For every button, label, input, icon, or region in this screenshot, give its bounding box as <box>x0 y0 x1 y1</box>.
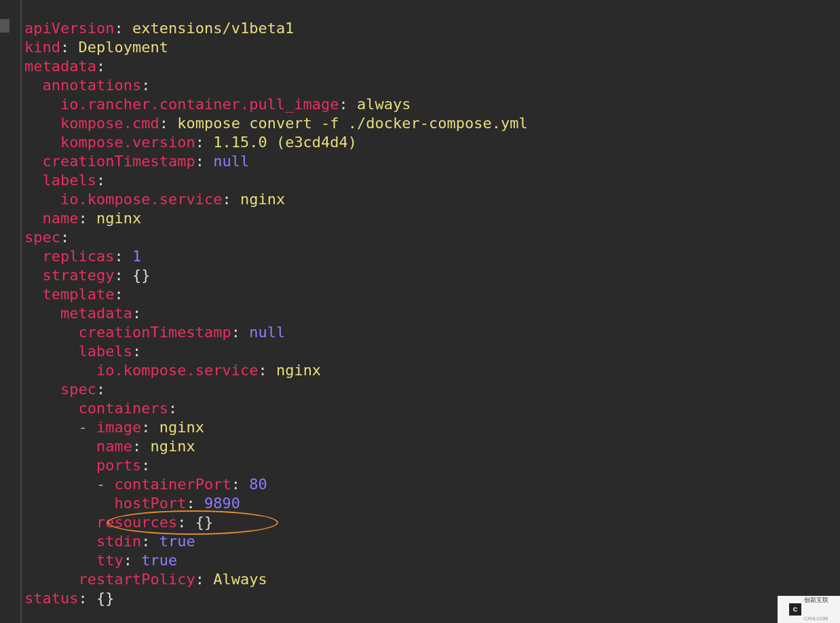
code-line[interactable]: strategy: {} <box>24 266 528 285</box>
code-token: status <box>24 590 78 607</box>
gutter-marker <box>0 19 9 33</box>
code-line[interactable]: labels: <box>24 171 528 190</box>
code-token <box>24 343 78 360</box>
code-token: hostPort <box>114 495 186 512</box>
watermark-badge: C 创新互联 CXHLCOM <box>778 596 840 623</box>
code-token: : <box>159 115 168 132</box>
code-line[interactable]: resources: {} <box>24 513 528 532</box>
code-token: true <box>141 552 177 569</box>
code-line[interactable]: restartPolicy: Always <box>24 570 528 589</box>
code-line[interactable]: replicas: 1 <box>24 247 528 266</box>
code-token <box>88 590 96 607</box>
code-token <box>24 248 43 265</box>
code-token: : <box>195 134 204 151</box>
code-line[interactable]: io.rancher.container.pull_image: always <box>24 95 528 114</box>
code-line[interactable]: io.kompose.service: nginx <box>24 190 528 209</box>
code-token <box>204 571 213 588</box>
code-line[interactable]: name: nginx <box>24 209 528 228</box>
code-token: image <box>96 419 141 436</box>
code-token: : <box>78 590 87 607</box>
code-line[interactable]: template: <box>24 285 528 304</box>
code-line[interactable]: spec: <box>24 380 528 399</box>
code-token: apiVersion <box>24 20 114 37</box>
code-line[interactable]: apiVersion: extensions/v1beta1 <box>24 19 528 38</box>
code-line[interactable]: creationTimestamp: null <box>24 152 528 171</box>
code-token <box>240 324 249 341</box>
code-token: {} <box>96 590 115 607</box>
code-editor[interactable]: apiVersion: extensions/v1beta1kind: Depl… <box>0 0 840 623</box>
code-line[interactable]: ports: <box>24 456 528 475</box>
code-line[interactable]: kompose.version: 1.15.0 (e3cd4d4) <box>24 133 528 152</box>
code-token: 1 <box>132 248 141 265</box>
code-token <box>24 419 78 436</box>
code-token: : <box>195 571 204 588</box>
code-token <box>267 362 276 379</box>
code-token: creationTimestamp <box>43 153 195 170</box>
code-token: name <box>43 210 79 227</box>
code-token: : <box>60 229 69 246</box>
code-line[interactable]: spec: <box>24 228 528 247</box>
code-line[interactable]: stdin: true <box>24 532 528 551</box>
code-token: metadata <box>24 58 96 75</box>
code-line[interactable]: status: {} <box>24 589 528 608</box>
watermark-logo-icon: C <box>789 603 801 616</box>
code-token: : <box>141 419 150 436</box>
code-line[interactable]: - containerPort: 80 <box>24 475 528 494</box>
code-token <box>24 305 60 322</box>
code-token <box>168 115 177 132</box>
code-line[interactable]: name: nginx <box>24 437 528 456</box>
code-token <box>24 457 96 474</box>
code-token <box>204 153 213 170</box>
code-token: resources <box>96 514 177 531</box>
code-token: template <box>43 286 115 303</box>
code-token: 80 <box>249 476 267 493</box>
code-line[interactable]: metadata: <box>24 57 528 76</box>
code-token <box>150 419 159 436</box>
code-line[interactable]: kind: Deployment <box>24 38 528 57</box>
code-token: io.kompose.service <box>96 362 258 379</box>
code-token <box>24 134 60 151</box>
code-token <box>69 39 78 56</box>
code-token <box>231 191 240 208</box>
code-line[interactable]: containers: <box>24 399 528 418</box>
code-token: : <box>141 457 150 474</box>
editor-gutter <box>0 0 22 623</box>
code-token: : <box>231 476 240 493</box>
code-token: nginx <box>240 191 285 208</box>
code-token <box>24 77 43 94</box>
code-token <box>24 267 43 284</box>
code-line[interactable]: labels: <box>24 342 528 361</box>
code-line[interactable]: io.kompose.service: nginx <box>24 361 528 380</box>
code-token: metadata <box>60 305 132 322</box>
code-token <box>24 115 60 132</box>
code-line[interactable]: annotations: <box>24 76 528 95</box>
code-token <box>24 381 60 398</box>
code-token: name <box>96 438 132 455</box>
code-line[interactable]: metadata: <box>24 304 528 323</box>
code-line[interactable]: hostPort: 9890 <box>24 494 528 513</box>
code-token: : <box>123 552 132 569</box>
code-token: always <box>357 96 411 113</box>
code-token <box>88 210 96 227</box>
code-token: : <box>141 533 150 550</box>
code-token <box>150 533 159 550</box>
code-token: : <box>186 495 195 512</box>
code-token <box>195 495 204 512</box>
code-token: 9890 <box>204 495 240 512</box>
code-token: 1.15.0 (e3cd4d4) <box>213 134 357 151</box>
code-token <box>24 362 96 379</box>
code-token: : <box>114 248 123 265</box>
code-token <box>240 476 249 493</box>
code-token: : <box>78 210 87 227</box>
code-token <box>348 96 357 113</box>
code-line[interactable]: kompose.cmd: kompose convert -f ./docker… <box>24 114 528 133</box>
code-line[interactable]: tty: true <box>24 551 528 570</box>
code-token <box>24 172 43 189</box>
code-line[interactable]: - image: nginx <box>24 418 528 437</box>
code-token: containerPort <box>114 476 231 493</box>
code-token: creationTimestamp <box>78 324 231 341</box>
code-token: strategy <box>43 267 115 284</box>
code-area[interactable]: apiVersion: extensions/v1beta1kind: Depl… <box>22 0 528 623</box>
code-line[interactable]: creationTimestamp: null <box>24 323 528 342</box>
code-token: stdin <box>96 533 141 550</box>
